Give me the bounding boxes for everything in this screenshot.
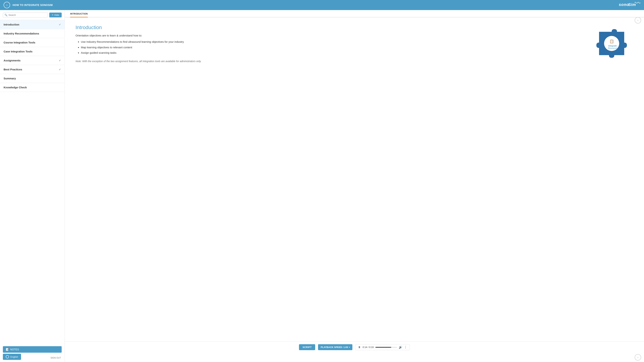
- sidebar-item-introduction[interactable]: Introduction ✓: [0, 20, 64, 29]
- svg-text:📋: 📋: [610, 39, 614, 43]
- puzzle-graphic: 📋 Integrate Resources: [594, 25, 630, 60]
- sidebar-item-label: Course Integration Tools: [4, 41, 35, 44]
- language-circle-icon: [6, 355, 9, 359]
- x-icon: ✕: [52, 14, 54, 16]
- check-icon: ✓: [59, 23, 61, 26]
- content-body: Introduction Orientation objectives are …: [65, 17, 644, 342]
- language-label: English: [10, 356, 18, 358]
- sidebar-item-assignments[interactable]: Assignments ✓: [0, 56, 64, 65]
- more-options-icon[interactable]: ⋮: [404, 346, 407, 349]
- chevron-right-icon: ›: [637, 19, 638, 22]
- sidebar-item-label: Best Practices: [4, 68, 22, 71]
- main-layout: 🔍 ✕ Hide Introduction ✓ Industry Recomme…: [0, 10, 644, 362]
- home-button[interactable]: ⌂: [4, 2, 10, 8]
- check-icon: ✓: [59, 59, 61, 62]
- time-separator: /: [368, 346, 369, 349]
- hide-label: Hide: [54, 14, 59, 16]
- puzzle-svg: 📋 Integrate Resources: [594, 25, 630, 60]
- volume-icon[interactable]: 🔊: [399, 346, 402, 349]
- bullet-1: Use Industry Recommendations to find ult…: [81, 40, 633, 44]
- search-input-wrapper: 🔍: [3, 12, 48, 17]
- script-button[interactable]: SCRIPT: [299, 344, 315, 350]
- sidebar: 🔍 ✕ Hide Introduction ✓ Industry Recomme…: [0, 10, 65, 362]
- chevron-right-icon: ›: [637, 356, 638, 359]
- nav-title: HOW TO INTEGRATE SONOSIM: [12, 3, 53, 6]
- sidebar-item-label: Knowledge Check: [4, 86, 27, 89]
- svg-text:sono: sono: [619, 2, 629, 7]
- tab-introduction[interactable]: INTRODUCTION: [70, 10, 88, 17]
- sidebar-item-label: Assignments: [4, 59, 20, 62]
- home-icon: ⌂: [6, 3, 8, 7]
- sidebar-item-course-integration-tools[interactable]: Course Integration Tools: [0, 38, 64, 47]
- bottom-navigation: English: [0, 352, 24, 362]
- time-display: 0:14 / 0:19: [363, 346, 374, 349]
- pause-button[interactable]: ⏸: [358, 346, 361, 349]
- logo-svg: sono Sim: [619, 1, 640, 8]
- dropdown-icon: ▾: [349, 346, 350, 348]
- search-input[interactable]: [8, 14, 46, 16]
- sidebar-item-label: Introduction: [4, 23, 19, 26]
- sidebar-item-label: Summary: [4, 77, 16, 80]
- sonosim-logo: sono Sim: [619, 1, 640, 9]
- progress-fill: [376, 347, 391, 348]
- svg-text:Resources: Resources: [608, 47, 618, 49]
- content-bullets: Use Industry Recommendations to find ult…: [76, 40, 633, 55]
- next-button-bottom[interactable]: ›: [635, 354, 641, 361]
- check-icon: ✓: [59, 68, 61, 71]
- language-button[interactable]: English: [3, 354, 21, 360]
- nav-left: ⌂ HOW TO INTEGRATE SONOSIM: [4, 2, 53, 8]
- tab-bar: INTRODUCTION: [65, 10, 644, 17]
- nav-items: Introduction ✓ Industry Recommendations …: [0, 20, 64, 344]
- sidebar-item-summary[interactable]: Summary: [0, 74, 64, 83]
- content-note: Note: With the exception of the two assi…: [76, 59, 633, 63]
- audio-player: SCRIPT PLAYBACK SPEED: 1.0X ▾ ⏸ 0:14 / 0…: [65, 342, 644, 353]
- progress-bar[interactable]: [376, 347, 397, 348]
- sidebar-item-label: Industry Recommendations: [4, 32, 39, 35]
- signout-link[interactable]: SIGN OUT: [50, 357, 61, 359]
- sidebar-item-knowledge-check[interactable]: Knowledge Check: [0, 83, 64, 92]
- search-bar: 🔍 ✕ Hide: [0, 10, 64, 20]
- total-time: 0:19: [369, 346, 374, 349]
- playback-label: PLAYBACK SPEED: 1.0X: [320, 346, 348, 349]
- svg-text:Integrate: Integrate: [608, 45, 617, 47]
- content-title: Introduction: [76, 25, 633, 30]
- sidebar-item-label: Case Integration Tools: [4, 50, 32, 53]
- bullet-3: Assign guided scanning tasks: [81, 51, 633, 55]
- content-intro: Orientation objectives are to learn & un…: [76, 34, 633, 37]
- sidebar-item-case-integration-tools[interactable]: Case Integration Tools: [0, 47, 64, 56]
- svg-text:Sim: Sim: [628, 2, 636, 7]
- bullet-2: Map learning objectives to relevant cont…: [81, 45, 633, 50]
- sidebar-item-best-practices[interactable]: Best Practices ✓: [0, 65, 64, 74]
- next-button-top[interactable]: ›: [635, 17, 641, 23]
- top-navigation: ⌂ HOW TO INTEGRATE SONOSIM sono Sim: [0, 0, 644, 10]
- content-area: INTRODUCTION › Introduction Orientation …: [65, 10, 644, 362]
- search-icon: 🔍: [4, 14, 7, 16]
- player-controls: ⏸ 0:14 / 0:19 🔊 ⋮: [355, 344, 410, 350]
- playback-speed-button[interactable]: PLAYBACK SPEED: 1.0X ▾: [318, 344, 352, 350]
- sidebar-item-industry-recommendations[interactable]: Industry Recommendations: [0, 29, 64, 38]
- current-time: 0:14: [363, 346, 367, 349]
- hide-button[interactable]: ✕ Hide: [49, 12, 62, 17]
- notes-icon: 📝: [6, 348, 9, 351]
- notes-label: NOTES: [10, 348, 19, 351]
